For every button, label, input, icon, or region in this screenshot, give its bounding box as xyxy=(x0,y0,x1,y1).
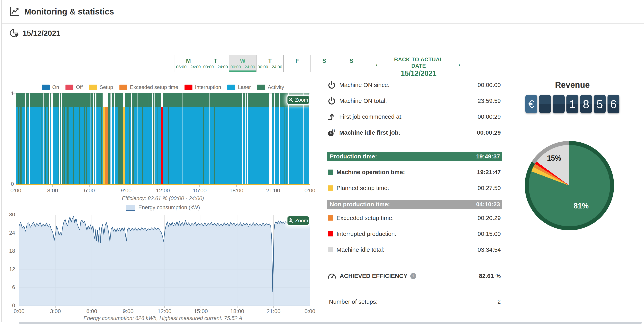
pie-label-idle: 15% xyxy=(547,154,561,162)
energy-consumption-chart xyxy=(19,215,310,306)
stat-label: Machine idle first job: xyxy=(339,129,400,136)
week-day-2-w[interactable]: W00:00 - 24:00 xyxy=(229,55,256,72)
legend-swatch xyxy=(227,85,235,90)
color-swatch xyxy=(328,231,333,236)
info-icon[interactable]: i xyxy=(410,273,416,279)
legend-item-activity: Activity xyxy=(257,84,284,90)
timeline-legend: OnOffSetupExceeded setup timeInterruptio… xyxy=(16,84,310,90)
bottom-divider xyxy=(2,321,644,321)
first-job-icon xyxy=(327,112,336,121)
week-day-hours: 00:00 - 24:00 xyxy=(258,64,282,70)
stat-row-planned-setup-time: Planned setup time:00:27:50 xyxy=(327,183,502,193)
week-day-letter: W xyxy=(240,57,246,64)
stat-value: 00:27:50 xyxy=(478,185,501,191)
x-axis-label: 3:00 xyxy=(47,187,58,194)
week-day-4-f[interactable]: F- xyxy=(283,55,310,72)
non-production-time-label: Non production time: xyxy=(330,201,390,208)
stat-label: Planned setup time: xyxy=(336,185,389,191)
x-axis-tick xyxy=(200,185,200,187)
color-swatch xyxy=(328,170,333,175)
timeline-zoom-button[interactable]: Zoom xyxy=(288,96,309,104)
number-of-setups-value: 2 xyxy=(498,298,501,305)
efficiency-caption: Efficiency: 82.61 % (00:00 - 24:00) xyxy=(16,195,310,201)
stat-row-machine-operation-time: Machine operation time:19:21:47 xyxy=(327,167,502,177)
legend-label: Setup xyxy=(100,84,113,90)
energy-y-label: 12 xyxy=(6,266,15,272)
week-day-letter: S xyxy=(322,57,326,64)
week-day-letter: F xyxy=(296,57,299,64)
stat-row-machine-on-since: Machine ON since:00:00:00 xyxy=(327,80,502,90)
card-left-border xyxy=(1,0,2,322)
energy-y-label: 24 xyxy=(6,230,15,236)
legend-item-laser: Laser xyxy=(227,84,251,90)
app-header: Monitoring & statistics xyxy=(2,0,644,24)
number-of-setups-row: Number of setups: 2 xyxy=(327,297,502,306)
x-axis-tick xyxy=(126,185,126,187)
revenue-counter: €1856 xyxy=(525,95,620,113)
production-time-value: 19:49:37 xyxy=(476,153,500,160)
x-axis-tick xyxy=(52,185,53,187)
x-axis-label: 3:00 xyxy=(50,308,61,314)
x-axis-label: 0:00 xyxy=(10,187,22,194)
energy-legend-label: Energy consumption (kW) xyxy=(138,204,200,211)
page-title: Monitoring & statistics xyxy=(24,7,114,17)
week-day-letter: T xyxy=(268,57,272,64)
x-axis-label: 12:00 xyxy=(158,308,172,314)
legend-label: Off xyxy=(76,84,83,90)
x-axis-tick xyxy=(16,185,16,187)
week-day-0-m[interactable]: M06:00 - 24:00 xyxy=(175,55,202,72)
svg-text:z: z xyxy=(334,130,335,132)
stat-value: 00:15:00 xyxy=(478,230,501,237)
pie-chart-icon xyxy=(9,28,19,38)
horizontal-scrollbar[interactable] xyxy=(19,322,642,323)
legend-item-exceeded-setup-time: Exceeded setup time xyxy=(120,84,178,90)
legend-label: Laser xyxy=(238,84,251,90)
week-day-1-t[interactable]: T00:00 - 24:00 xyxy=(202,55,229,72)
week-day-hours: - xyxy=(324,64,325,70)
power-icon xyxy=(327,80,336,90)
legend-swatch xyxy=(184,85,192,90)
state-bar-laser xyxy=(308,93,309,184)
energy-x-labels: 0:003:006:009:0012:0015:0018:0021:000:00 xyxy=(19,308,310,315)
energy-y-label: 0 xyxy=(6,302,15,309)
stat-value: 00:20:29 xyxy=(478,215,501,221)
date-header: 15/12/2021 xyxy=(2,24,644,43)
non-production-time-header: Non production time: 04:10:23 xyxy=(327,200,502,209)
stat-row-first-job-commenced-at: First job commenced at:00:00:29 xyxy=(327,112,502,122)
power-icon xyxy=(327,96,336,105)
stat-label: Interrupted production: xyxy=(336,230,396,237)
stat-value: 23:59:59 xyxy=(478,98,501,104)
zoom-button-label: Zoom xyxy=(295,97,308,103)
stat-row-exceeded-setup-time: Exceeded setup time:00:20:29 xyxy=(327,213,502,223)
stat-label: Machine ON total: xyxy=(339,98,387,104)
x-axis-label: 12:00 xyxy=(156,187,170,194)
energy-zoom-button[interactable]: Zoom xyxy=(288,216,309,225)
gauge-icon xyxy=(327,272,336,280)
magnifier-plus-icon xyxy=(288,97,294,102)
achieved-efficiency-value: 82.61 % xyxy=(479,272,501,279)
color-swatch xyxy=(328,185,333,191)
stat-value: 19:21:47 xyxy=(477,169,501,175)
legend-swatch xyxy=(66,85,74,90)
x-axis-label: 15:00 xyxy=(194,308,208,314)
x-axis-label: 0:00 xyxy=(14,308,24,314)
stat-label: Exceeded setup time: xyxy=(336,215,394,221)
x-axis-label: 21:00 xyxy=(267,308,280,314)
energy-y-label: 30 xyxy=(6,212,15,218)
production-time-header: Production time: 19:49:37 xyxy=(327,152,502,161)
week-day-3-t[interactable]: T00:00 - 24:00 xyxy=(256,55,283,72)
line-chart-icon xyxy=(9,6,20,17)
achieved-efficiency-row: ACHIEVED EFFICIENCY i 82.61 % xyxy=(327,271,502,281)
legend-item-on: On xyxy=(42,84,59,90)
x-axis-tick xyxy=(163,185,163,187)
energy-y-label: 18 xyxy=(6,248,15,254)
legend-label: Exceeded setup time xyxy=(130,84,178,90)
revenue-digit-1 xyxy=(553,95,565,113)
x-axis-tick xyxy=(236,185,237,187)
revenue-digit-4: 5 xyxy=(594,95,606,113)
legend-item-off: Off xyxy=(66,84,83,90)
achieved-efficiency-label: ACHIEVED EFFICIENCY xyxy=(340,272,408,279)
stat-label: Machine idle total: xyxy=(336,246,384,253)
week-day-hours: 06:00 - 24:00 xyxy=(176,64,201,70)
selected-day-underline xyxy=(229,71,256,72)
